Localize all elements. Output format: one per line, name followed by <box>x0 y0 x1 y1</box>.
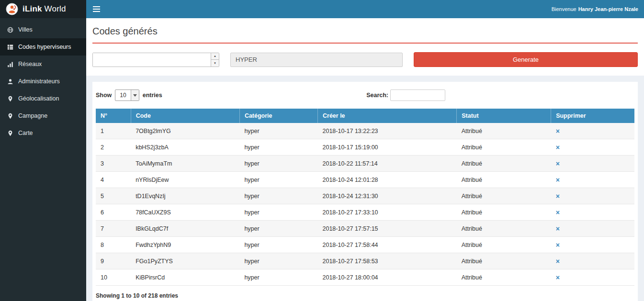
sidebar-item-reseaux[interactable]: Réseaux <box>0 56 86 73</box>
cell-created: 2018-10-27 17:57:15 <box>318 221 457 237</box>
table-header-row: N° Code Catégorie Créer le Statut Suppri… <box>96 109 634 123</box>
cell-category: hyper <box>239 188 317 204</box>
table-row: 2 kbHS2j3zbA hyper 2018-10-17 15:19:00 A… <box>96 139 634 156</box>
cell-num: 6 <box>96 204 131 221</box>
cell-created: 2018-10-27 17:58:53 <box>318 253 457 269</box>
map-pin-icon <box>7 130 13 136</box>
sidebar-toggle-icon[interactable] <box>86 0 106 18</box>
cell-num: 1 <box>96 123 131 139</box>
cell-delete: × <box>551 204 634 221</box>
generate-form: ▲ ▼ Generate <box>86 44 644 67</box>
header-categorie[interactable]: Catégorie <box>239 109 317 123</box>
codes-table: N° Code Catégorie Créer le Statut Suppri… <box>96 109 634 286</box>
cell-category: hyper <box>239 221 317 237</box>
delete-icon[interactable]: × <box>556 127 560 135</box>
cell-num: 4 <box>96 172 131 188</box>
cell-status: Attribué <box>457 253 551 269</box>
table-row: 9 FGo1PyZTYS hyper 2018-10-27 17:58:53 A… <box>96 253 634 269</box>
cell-created: 2018-10-27 17:58:44 <box>318 237 457 253</box>
brand-light: World <box>45 4 66 13</box>
table-row: 3 ToAiMymaTm hyper 2018-10-22 11:57:14 A… <box>96 156 634 172</box>
sidebar-item-geolocalisation[interactable]: Géolocalisation <box>0 90 86 107</box>
page-length-select[interactable]: 10 <box>115 89 139 101</box>
cell-num: 5 <box>96 188 131 204</box>
header-code[interactable]: Code <box>131 109 239 123</box>
map-pin-icon <box>7 113 13 119</box>
table-row: 7 IBkGLqdC7f hyper 2018-10-27 17:57:15 A… <box>96 221 634 237</box>
stepper-down-icon[interactable]: ▼ <box>211 60 219 67</box>
cell-code: FGo1PyZTYS <box>131 253 239 269</box>
cell-delete: × <box>551 237 634 253</box>
page-title: Codes générés <box>86 18 644 43</box>
sidebar-item-administrateurs[interactable]: Administrateurs <box>0 73 86 90</box>
sidebar: Villes Codes hyperviseurs Réseaux Admini… <box>0 18 86 301</box>
table-row: 4 nYRlsDjEew hyper 2018-10-24 12:01:28 A… <box>96 172 634 188</box>
sidebar-item-carte[interactable]: Carte <box>0 124 86 142</box>
cell-code: 7OBtg2lmYG <box>131 123 239 139</box>
list-icon <box>7 44 13 50</box>
generate-button[interactable]: Generate <box>414 52 638 67</box>
delete-icon[interactable]: × <box>556 225 560 233</box>
show-entries-group: Show 10 entries <box>96 89 162 101</box>
cell-num: 10 <box>96 269 131 286</box>
delete-icon[interactable]: × <box>556 160 560 167</box>
delete-icon[interactable]: × <box>556 192 560 200</box>
table-row: 8 FwdhzYphN9 hyper 2018-10-27 17:58:44 A… <box>96 237 634 253</box>
table-row: 10 KiBPirsrCd hyper 2018-10-27 18:00:04 … <box>96 269 634 286</box>
cell-num: 7 <box>96 221 131 237</box>
user-icon <box>7 78 13 85</box>
sidebar-item-label: Réseaux <box>18 61 42 67</box>
cell-delete: × <box>551 156 634 172</box>
delete-icon[interactable]: × <box>556 176 560 184</box>
cell-num: 9 <box>96 253 131 269</box>
cell-category: hyper <box>239 139 317 156</box>
brand-text: iLink World <box>23 4 66 14</box>
category-field[interactable] <box>230 53 403 67</box>
map-pin-icon <box>7 96 13 102</box>
cell-code: FwdhzYphN9 <box>131 237 239 253</box>
header-creer-le[interactable]: Créer le <box>318 109 457 123</box>
delete-icon[interactable]: × <box>556 274 560 281</box>
sidebar-item-label: Carte <box>18 130 33 136</box>
cell-delete: × <box>551 139 634 156</box>
header-supprimer[interactable]: Supprimer <box>551 109 634 123</box>
cell-created: 2018-10-17 13:22:23 <box>318 123 457 139</box>
cell-category: hyper <box>239 172 317 188</box>
search-group: Search: <box>366 89 445 101</box>
sidebar-item-campagne[interactable]: Campagne <box>0 107 86 124</box>
sidebar-item-villes[interactable]: Villes <box>0 21 86 38</box>
top-navbar: iLink World Bienvenue Hanry Jean-pierre … <box>0 0 644 18</box>
user-menu[interactable]: Bienvenue Hanry Jean-pierre Nzale <box>552 0 644 18</box>
cell-status: Attribué <box>457 139 551 156</box>
header-num[interactable]: N° <box>96 109 131 123</box>
cell-code: tD1EvqNzIj <box>131 188 239 204</box>
cell-category: hyper <box>239 204 317 221</box>
sidebar-item-codes-hyperviseurs[interactable]: Codes hyperviseurs <box>0 38 86 56</box>
welcome-name: Hanry Jean-pierre Nzale <box>578 6 638 12</box>
delete-icon[interactable]: × <box>556 257 560 265</box>
table-row: 5 tD1EvqNzIj hyper 2018-10-24 12:31:30 A… <box>96 188 634 204</box>
cell-status: Attribué <box>457 156 551 172</box>
cell-num: 3 <box>96 156 131 172</box>
brand[interactable]: iLink World <box>0 0 86 18</box>
delete-icon[interactable]: × <box>556 209 560 216</box>
sidebar-item-label: Campagne <box>18 112 47 119</box>
quantity-input[interactable] <box>93 53 211 67</box>
show-label: Show <box>96 92 112 99</box>
welcome-prefix: Bienvenue <box>552 6 576 12</box>
cell-category: hyper <box>239 123 317 139</box>
generator-panel: Codes générés ▲ ▼ Generate <box>86 18 644 76</box>
codes-table-panel: Show 10 entries Search: N° Code Cat <box>92 82 638 301</box>
brand-bold: iLink <box>23 4 42 13</box>
cell-code: KiBPirsrCd <box>131 269 239 286</box>
cell-category: hyper <box>239 269 317 286</box>
stepper-up-icon[interactable]: ▲ <box>211 53 219 60</box>
header-statut[interactable]: Statut <box>457 109 551 123</box>
search-input[interactable] <box>390 89 445 101</box>
cell-status: Attribué <box>457 123 551 139</box>
cell-delete: × <box>551 172 634 188</box>
delete-icon[interactable]: × <box>556 144 560 151</box>
cell-status: Attribué <box>457 237 551 253</box>
delete-icon[interactable]: × <box>556 241 560 249</box>
cell-status: Attribué <box>457 188 551 204</box>
